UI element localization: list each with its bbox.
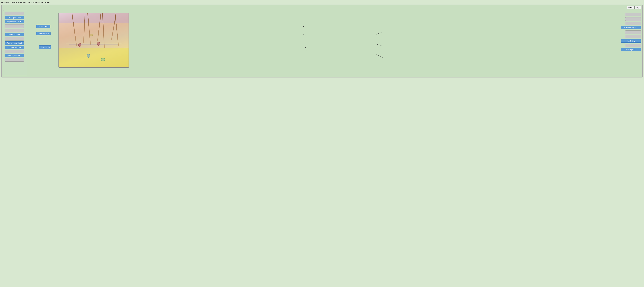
empty-slot-6 [4,58,24,62]
hair-follicle-label[interactable]: Hair follicle [621,39,641,42]
svg-line-5 [376,54,383,58]
right-empty-5 [625,35,641,38]
sweat-gland-label[interactable]: Sweat gland [621,48,641,51]
empty-slot-4 [4,37,24,40]
left-panel: Sweat gland duct Exposed hair shaft Touc… [3,10,27,76]
empty-slot-2 [4,24,24,28]
hair-follicle-2 [97,42,100,46]
diagram-and-labels: Papillary layer Reticular layer Hypoderm… [28,10,641,76]
arrector-pili-muscle-label[interactable]: Arrector pili muscle [4,54,24,57]
exposed-hair-shaft-label[interactable]: Exposed hair shaft [4,20,24,24]
svg-line-1 [303,34,306,36]
skin-diagram [58,13,129,68]
right-empty-4 [625,30,641,34]
right-empty-2 [625,17,641,21]
blood-vessel-2 [69,44,118,45]
right-empty-3 [625,22,641,25]
empty-slot-3 [4,29,24,32]
sebaceous-gland-1 [90,34,93,36]
hypodermis-layer [59,48,128,67]
empty-slot-5 [4,50,24,53]
svg-line-4 [376,44,383,46]
hypodermis-label[interactable]: Hypodermis [39,46,51,49]
right-panel: Sebaceous gland Hair follicle Sweat glan… [618,13,641,51]
blood-vessel-1 [66,43,122,43]
page-wrapper: Drag and drop the labels onto the diagra… [1,1,643,78]
reticular-layer-label[interactable]: Reticular layer [36,32,50,36]
touch-receptor-label[interactable]: Touch receptor [4,33,24,36]
svg-line-3 [376,32,383,34]
right-empty-1 [625,13,641,16]
reset-button[interactable]: Reset [627,6,634,9]
help-button[interactable]: Help [634,6,641,9]
papillary-layer-label[interactable]: Papillary layer [36,24,50,28]
top-buttons: Reset Help [627,6,641,9]
content-area: Sweat gland duct Exposed hair shaft Touc… [3,10,641,76]
svg-line-0 [303,26,306,27]
main-container: Reset Help Sweat gland duct Exposed hair… [1,4,643,78]
pore-of-sweat-gland-label[interactable]: Pore of sweat gland [4,42,24,45]
svg-line-2 [306,47,306,51]
sweat-gland-duct-label[interactable]: Sweat gland duct [4,16,24,19]
nerve-receptor [101,58,105,61]
right-empty-6 [625,44,641,47]
epidermis-layer [59,13,128,23]
pressure-receptor-label[interactable]: Pressure receptor [4,46,24,49]
sebaceous-gland-label[interactable]: Sebaceous gland [621,26,641,30]
top-text: Drag and drop the labels onto the diagra… [1,1,643,4]
empty-slot-1 [4,12,24,15]
